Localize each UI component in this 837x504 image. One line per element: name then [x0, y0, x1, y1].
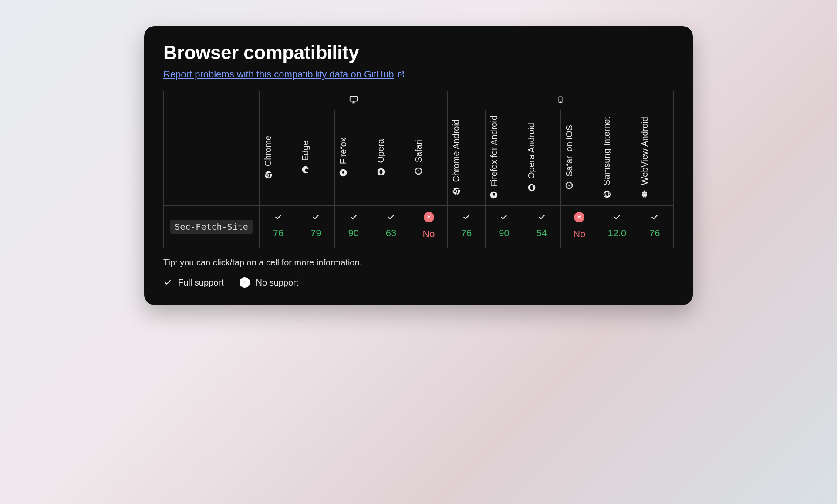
support-version: 12.0 [608, 228, 626, 239]
safari-icon [565, 181, 574, 190]
section-title: Browser compatibility [163, 42, 674, 64]
browser-name: Opera Android [526, 123, 537, 179]
check-icon [311, 213, 320, 222]
firefox-icon [489, 191, 498, 199]
browser-name: Opera [376, 139, 386, 163]
support-cell-edge[interactable]: 79 [297, 206, 334, 248]
browser-name: Firefox [338, 138, 348, 164]
legend: Full support No support [163, 277, 674, 288]
check-icon [387, 213, 395, 222]
table-corner [164, 91, 260, 206]
check-icon [650, 213, 659, 222]
samsung-icon [603, 190, 611, 198]
platform-mobile [448, 91, 674, 110]
compat-table: ChromeEdgeFirefoxOperaSafariChrome Andro… [163, 91, 674, 248]
browser-name: Firefox for Android [489, 115, 499, 186]
support-cell-opera_android[interactable]: 54 [523, 206, 560, 248]
check-icon [349, 213, 358, 222]
support-cell-webview[interactable]: 76 [636, 206, 673, 248]
support-version: 90 [499, 228, 509, 239]
support-version: 54 [537, 228, 547, 239]
support-cell-chrome[interactable]: 76 [260, 206, 297, 248]
chrome-icon [264, 171, 273, 179]
check-icon [462, 213, 471, 222]
report-issue-label: Report problems with this compatibility … [163, 69, 394, 80]
no-support-icon [240, 277, 250, 288]
feature-name-cell: Sec-Fetch-Site [164, 206, 260, 248]
no-support-icon [574, 212, 584, 222]
browser-header-firefox: Firefox [334, 110, 372, 206]
support-version: No [422, 228, 435, 240]
edge-icon [301, 165, 310, 174]
browser-name: Safari on iOS [564, 125, 574, 177]
browser-header-webview: WebView Android [636, 110, 673, 206]
android-icon [640, 189, 649, 198]
desktop-icon [349, 95, 358, 104]
support-version: 76 [273, 228, 283, 239]
check-icon [500, 213, 508, 222]
opera-icon [377, 168, 385, 176]
browser-header-safari: Safari [410, 110, 447, 206]
support-cell-firefox_android[interactable]: 90 [485, 206, 523, 248]
firefox-icon [339, 168, 348, 177]
support-cell-safari_ios[interactable]: No [560, 206, 598, 248]
feature-name: Sec-Fetch-Site [170, 220, 253, 234]
support-cell-firefox[interactable]: 90 [334, 206, 372, 248]
support-cell-safari[interactable]: No [410, 206, 447, 248]
opera-icon [527, 183, 536, 192]
browser-header-edge: Edge [297, 110, 334, 206]
report-issue-link[interactable]: Report problems with this compatibility … [163, 69, 405, 80]
support-version: 76 [649, 228, 660, 239]
support-cell-chrome_android[interactable]: 76 [448, 206, 485, 248]
browser-header-safari_ios: Safari on iOS [560, 110, 598, 206]
browser-header-opera_android: Opera Android [523, 110, 560, 206]
support-cell-opera[interactable]: 63 [372, 206, 410, 248]
legend-no-support: No support [240, 277, 299, 288]
external-link-icon [397, 71, 405, 78]
browser-name: Edge [300, 141, 310, 161]
support-cell-samsung[interactable]: 12.0 [598, 206, 636, 248]
support-version: No [573, 228, 585, 240]
legend-full-label: Full support [178, 278, 224, 288]
safari-icon [414, 167, 423, 175]
browser-header-chrome: Chrome [260, 110, 297, 206]
browser-name: WebView Android [640, 117, 650, 185]
browser-name: Chrome Android [451, 119, 461, 182]
support-version: 90 [348, 228, 358, 239]
tip-text: Tip: you can click/tap on a cell for mor… [163, 258, 674, 268]
legend-no-label: No support [256, 278, 299, 288]
support-version: 76 [461, 228, 472, 239]
no-support-icon [424, 212, 434, 222]
browser-header-opera: Opera [372, 110, 410, 206]
browser-name: Safari [414, 140, 424, 162]
browser-header-firefox_android: Firefox for Android [485, 110, 523, 206]
browser-header-samsung: Samsung Internet [598, 110, 636, 206]
check-icon [274, 213, 283, 222]
mobile-icon [557, 95, 564, 104]
browser-name: Samsung Internet [602, 117, 612, 185]
support-version: 63 [386, 228, 396, 239]
browser-name: Chrome [263, 135, 273, 166]
check-icon [537, 213, 546, 222]
browser-header-chrome_android: Chrome Android [448, 110, 485, 206]
chrome-icon [452, 187, 461, 195]
check-icon [613, 213, 621, 222]
check-icon [163, 278, 172, 287]
platform-desktop [260, 91, 448, 110]
support-version: 79 [310, 228, 321, 239]
compat-card: Browser compatibility Report problems wi… [144, 26, 693, 305]
legend-full-support: Full support [163, 278, 224, 288]
